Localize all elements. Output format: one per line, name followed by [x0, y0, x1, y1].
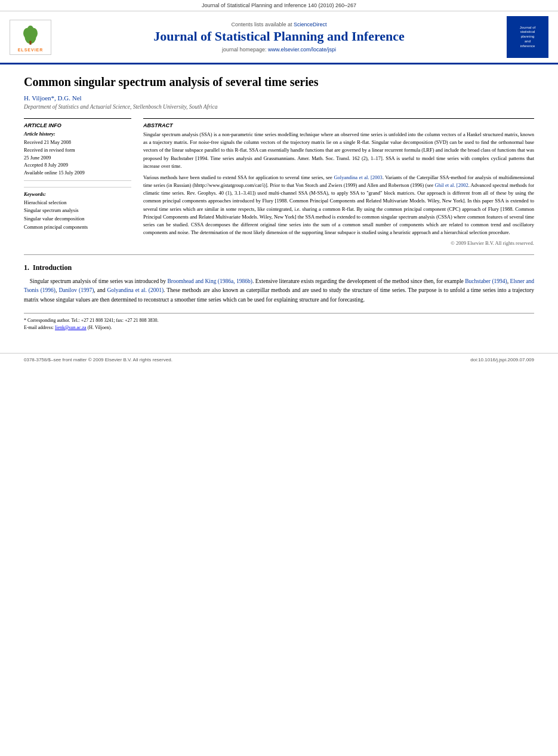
homepage-link[interactable]: www.elsevier.com/locate/jspi — [268, 47, 336, 53]
article-affiliation: Department of Statistics and Actuarial S… — [24, 104, 534, 110]
elsevier-logo: ELSEVIER — [10, 20, 51, 55]
page: Journal of Statistical Planning and Infe… — [0, 0, 558, 756]
keyword-2: Singular spectrum analysis — [24, 207, 131, 215]
elsevier-tree-icon — [19, 23, 42, 47]
journal-header-bar: Journal of Statistical Planning and Infe… — [0, 0, 558, 11]
corresponding-author-note: * Corresponding author. Tel.: +27 21 808… — [24, 317, 534, 324]
sciencedirect-link[interactable]: ScienceDirect — [294, 21, 327, 27]
introduction-heading: 1. Introduction — [24, 263, 534, 272]
elsner-link[interactable]: Elsner and Tsonis (1996) — [24, 278, 534, 293]
journal-banner: ELSEVIER Contents lists available at Sci… — [0, 11, 558, 64]
danilov-link[interactable]: Danilov (1997) — [58, 287, 94, 293]
section-number: 1. — [24, 263, 29, 272]
footer-right: doi:10.1016/j.jspi.2009.07.009 — [470, 357, 534, 362]
received-revised-label: Received in revised form — [24, 146, 131, 154]
article-history-label: Article history: — [24, 131, 131, 137]
keywords-section: Keywords: Hierachical selection Singular… — [24, 187, 131, 231]
accepted-date: Accepted 8 July 2009 — [24, 161, 131, 169]
footnote-section: * Corresponding author. Tel.: +27 21 808… — [24, 313, 534, 331]
email-suffix: (H. Viljoen). — [88, 325, 112, 330]
abstract-paragraph-2: Various methods have been studied to ext… — [143, 174, 534, 236]
banner-center: Contents lists available at ScienceDirec… — [58, 21, 500, 52]
email-label: E-mail address: — [24, 325, 54, 330]
article-info-column: ARTICLE INFO Article history: Received 2… — [24, 118, 131, 246]
journal-homepage: journal homepage: www.elsevier.com/locat… — [58, 47, 500, 53]
section-divider — [24, 254, 534, 255]
golyandina-intro-link[interactable]: Golyandina et al. (2001) — [107, 287, 164, 293]
keyword-3: Singular value decomposition — [24, 215, 131, 223]
elsevier-label: ELSEVIER — [18, 48, 44, 52]
journal-small-logo: Journal ofstatisticalplanningandinferenc… — [507, 16, 548, 58]
journal-small-logo-text: Journal ofstatisticalplanningandinferenc… — [520, 26, 535, 49]
ghil-link[interactable]: Ghil et al. [2002 — [435, 182, 468, 188]
abstract-paragraph-1: Singular spectrum analysis (SSA) is a no… — [143, 131, 534, 170]
footer-left: 0378-3758/$–see front matter © 2009 Else… — [24, 357, 172, 362]
article-authors: H. Viljoen*, D.G. Nel — [24, 94, 534, 102]
keyword-4: Common principal components — [24, 223, 131, 232]
sciencedirect-label: Contents lists available at ScienceDirec… — [58, 21, 500, 27]
svg-point-3 — [27, 25, 33, 33]
footer-bar: 0378-3758/$–see front matter © 2009 Else… — [0, 353, 558, 366]
article-title: Common singular spectrum analysis of sev… — [24, 74, 534, 90]
article-info-label: ARTICLE INFO — [24, 122, 131, 128]
introduction-paragraph: Singular spectrum analysis of time serie… — [24, 277, 534, 305]
abstract-column: ABSTRACT Singular spectrum analysis (SSA… — [143, 118, 534, 246]
svg-rect-4 — [29, 41, 31, 44]
available-online: Available online 15 July 2009 — [24, 169, 131, 177]
broomhead-link[interactable]: Broomhead and King (1986a, 1986b) — [168, 278, 252, 284]
journal-title: Journal of Statistical Planning and Infe… — [58, 29, 500, 44]
main-content: Common singular spectrum analysis of sev… — [0, 64, 558, 341]
received-revised-date: 25 June 2009 — [24, 154, 131, 162]
two-col-layout: ARTICLE INFO Article history: Received 2… — [24, 118, 534, 246]
email-link[interactable]: lienk@sun.ac.za — [55, 325, 87, 330]
header-bar-text: Journal of Statistical Planning and Infe… — [202, 2, 356, 8]
buchstaber-link[interactable]: Buchstaber (1994) — [465, 278, 507, 284]
keywords-label: Keywords: — [24, 191, 131, 197]
received-date: Received 21 May 2008 — [24, 139, 131, 146]
abstract-label: ABSTRACT — [143, 118, 534, 128]
abstract-copyright: © 2009 Elsevier B.V. All rights reserved… — [143, 240, 534, 246]
article-info-section: ARTICLE INFO Article history: Received 2… — [24, 118, 131, 181]
golyandina-link[interactable]: Golyandina et al. [2003 — [334, 174, 382, 180]
keyword-1: Hierachical selection — [24, 199, 131, 207]
email-note: E-mail address: lienk@sun.ac.za (H. Vilj… — [24, 324, 534, 331]
